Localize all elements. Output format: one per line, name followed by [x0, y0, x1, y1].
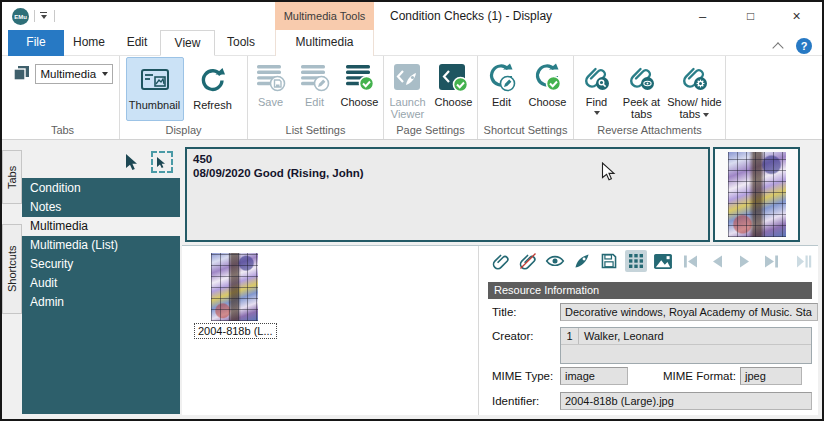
list-save-button: Save — [249, 57, 293, 121]
title-field-label: Title: — [492, 306, 517, 318]
launch-icon[interactable] — [571, 250, 593, 272]
title-field[interactable]: Decorative windows, Royal Academy of Mus… — [560, 303, 818, 321]
thumbnail-button[interactable]: Thumbnail — [126, 57, 184, 121]
sidebar-item-condition[interactable]: Condition — [22, 179, 180, 198]
tab-home[interactable]: Home — [64, 30, 114, 56]
image-view-icon[interactable] — [652, 250, 674, 272]
rewind-icon — [820, 250, 824, 272]
stained-glass-preview-image — [728, 152, 786, 237]
ribbon-group-list-settings: Save Edit Choose List Settings — [248, 56, 384, 139]
shortcut-edit-button[interactable]: Edit — [480, 57, 524, 121]
separator — [54, 10, 55, 22]
app-logo-icon[interactable]: EMu — [12, 8, 29, 25]
paperclip-showhide-icon — [680, 63, 710, 93]
group-label-display: Display — [120, 124, 247, 139]
close-button[interactable]: × — [774, 2, 819, 30]
refresh-button[interactable]: Refresh — [184, 57, 242, 121]
show-hide-tabs-button[interactable]: Show/ hide tabs — [666, 57, 724, 121]
previous-record-icon — [706, 250, 728, 272]
tab-view[interactable]: View — [160, 30, 215, 56]
identifier-field[interactable]: 2004-818b (Large).jpg — [560, 392, 812, 410]
grid-view-icon[interactable] — [625, 250, 647, 272]
first-record-icon — [679, 250, 701, 272]
ribbon: Multimedia Tabs Thumbnail Refres — [2, 56, 822, 140]
mime-format-field[interactable]: jpeg — [740, 367, 802, 385]
thumbnail-caption[interactable]: 2004-818b (L... — [194, 323, 277, 339]
group-label-list-settings: List Settings — [248, 124, 383, 139]
stained-glass-thumbnail[interactable] — [211, 253, 258, 321]
sidebar-item-audit[interactable]: Audit — [22, 274, 180, 293]
record-media-preview — [713, 147, 800, 242]
list-edit-icon — [299, 63, 331, 93]
creator-row[interactable]: 1 Walker, Leonard — [561, 328, 811, 345]
detach-icon[interactable] — [517, 250, 539, 272]
shortcut-choose-icon — [532, 63, 564, 93]
sidebar-item-notes[interactable]: Notes — [22, 198, 180, 217]
multimedia-panel: 2004-818b (L... — [182, 245, 818, 415]
next-record-icon — [733, 250, 755, 272]
panel-divider — [478, 246, 479, 415]
marquee-select-icon[interactable] — [151, 151, 173, 173]
peek-at-tabs-button[interactable]: Peek at tabs — [618, 57, 666, 121]
last-record-icon — [760, 250, 782, 272]
shortcut-choose-button[interactable]: Choose — [524, 57, 572, 121]
group-label-shortcut-settings: Shortcut Settings — [478, 124, 573, 139]
tab-select-value: Multimedia — [41, 68, 97, 80]
side-tab-tabs[interactable]: Tabs — [2, 150, 22, 204]
tab-tools[interactable]: Tools — [215, 30, 267, 56]
paperclip-peek-icon — [627, 63, 657, 93]
paperclip-find-icon — [582, 63, 612, 93]
view-resource-icon[interactable] — [544, 250, 566, 272]
ribbon-group-page-settings: Launch Viewer Choose Page Settings — [384, 56, 478, 139]
ribbon-tab-row: File Home Edit View Tools Multimedia — [2, 30, 822, 56]
stacked-tabs-icon — [13, 65, 31, 86]
tab-multimedia[interactable]: Multimedia — [275, 30, 374, 56]
minimize-button[interactable]: – — [680, 2, 725, 30]
list-choose-button[interactable]: Choose — [337, 57, 383, 121]
page-choose-button[interactable]: Choose — [431, 57, 477, 121]
tab-select-combobox[interactable]: Multimedia — [35, 64, 113, 84]
help-icon[interactable]: ? — [796, 38, 812, 54]
tab-edit[interactable]: Edit — [114, 30, 160, 56]
shortcut-edit-icon — [486, 63, 518, 93]
sidebar-item-security[interactable]: Security — [22, 255, 180, 274]
tab-list-sidebar: Condition Notes Multimedia Multimedia (L… — [22, 178, 180, 414]
list-edit-button: Edit — [293, 57, 337, 121]
sidebar-item-multimedia-list[interactable]: Multimedia (List) — [22, 236, 180, 255]
creator-value: Walker, Leonard — [579, 328, 669, 344]
creator-field-label: Creator: — [492, 330, 534, 342]
sidebar-item-admin[interactable]: Admin — [22, 293, 180, 312]
ribbon-group-shortcut-settings: Edit Choose Shortcut Settings — [478, 56, 574, 139]
launch-viewer-button: Launch Viewer — [385, 57, 431, 121]
identifier-label: Identifier: — [492, 395, 539, 407]
side-tab-shortcuts[interactable]: Shortcuts — [2, 224, 22, 314]
mime-type-field[interactable]: image — [560, 367, 628, 385]
record-summary-header: 450 08/09/2020 Good (Rising, John) — [185, 147, 710, 242]
app-logo-text: EMu — [14, 14, 27, 20]
creator-grid[interactable]: 1 Walker, Leonard — [560, 327, 812, 364]
window-title: Condition Checks (1) - Display — [390, 2, 552, 30]
select-arrow-icon[interactable] — [124, 153, 140, 176]
ribbon-group-reverse-attachments: Find Peek at tabs Show/ hide tabs Revers — [574, 56, 726, 139]
mouse-cursor — [601, 162, 616, 186]
group-label-page-settings: Page Settings — [384, 124, 477, 139]
attach-icon[interactable] — [490, 250, 512, 272]
mime-format-label: MIME Format: — [663, 370, 736, 382]
list-save-icon — [255, 63, 287, 93]
tab-file[interactable]: File — [8, 30, 64, 56]
quick-access-dropdown-icon[interactable] — [39, 12, 48, 19]
maximize-button[interactable]: □ — [728, 2, 773, 30]
sidebar-item-multimedia[interactable]: Multimedia — [22, 217, 180, 236]
list-choose-icon — [344, 63, 376, 93]
play-pause-icon — [793, 250, 815, 272]
separator — [34, 10, 35, 22]
chevron-down-icon — [102, 72, 108, 76]
record-summary: 08/09/2020 Good (Rising, John) — [193, 166, 702, 180]
save-resource-icon[interactable] — [598, 250, 620, 272]
chevron-down-icon — [594, 111, 600, 115]
find-attachments-button[interactable]: Find — [576, 57, 618, 121]
group-label-reverse-attachments: Reverse Attachments — [574, 124, 725, 139]
resource-information-header: Resource Information — [488, 282, 812, 299]
title-bar: EMu Multimedia Tools Condition Checks (1… — [2, 2, 822, 30]
page-choose-icon — [438, 63, 470, 93]
